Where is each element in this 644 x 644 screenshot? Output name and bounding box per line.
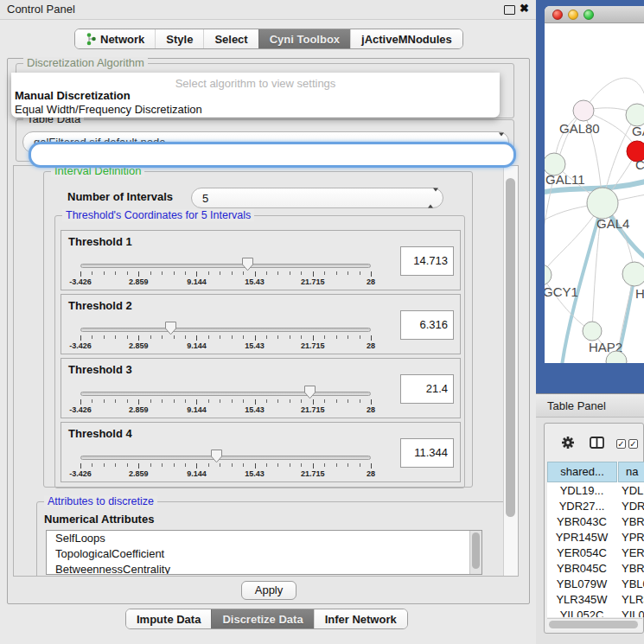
tick-mark — [174, 335, 175, 339]
table-row[interactable]: YBR043CYBR0 — [547, 514, 644, 530]
slider-thumb[interactable] — [241, 257, 254, 271]
close-icon[interactable]: ✖ — [520, 2, 529, 15]
table-row[interactable]: YPR145WYPR1 — [547, 530, 644, 545]
number-of-intervals-combo[interactable]: 5 — [191, 188, 443, 208]
table-row[interactable]: YIL052CYIL0 — [547, 608, 644, 617]
slider-track[interactable] — [80, 264, 371, 268]
settings-scrollbar-thumb[interactable] — [506, 178, 515, 517]
tab-infer-network[interactable]: Infer Network — [314, 609, 407, 628]
slider-thumb[interactable] — [303, 385, 316, 399]
tab-cyni-toolbox[interactable]: Cyni Toolbox — [258, 29, 350, 48]
threshold-label: Threshold 3 — [68, 363, 132, 376]
list-item[interactable]: SelfLoops — [47, 531, 481, 546]
threshold-value-field[interactable]: 6.316 — [400, 310, 454, 340]
network-node[interactable] — [587, 188, 618, 219]
dropdown-option[interactable]: Manual Discretization — [15, 89, 131, 102]
network-node[interactable] — [545, 265, 552, 285]
tick-mark — [185, 335, 186, 339]
tab-label: Infer Network — [325, 613, 397, 626]
table-row[interactable]: YER054CYER0 — [547, 545, 644, 561]
table-row[interactable]: YDR27...YDR2 — [547, 499, 644, 514]
tick-mark — [255, 399, 256, 405]
close-light-icon[interactable] — [552, 10, 563, 20]
network-canvas[interactable]: GAL80GACGAL11GAL4GCY1HHAP2 — [545, 23, 644, 363]
dropdown-option[interactable]: Equal Width/Frequency Discretization — [15, 103, 202, 116]
slider-thumb[interactable] — [164, 321, 177, 335]
minimize-light-icon[interactable] — [568, 10, 578, 20]
network-node[interactable] — [583, 322, 602, 341]
table-panel-title: Table Panel — [547, 399, 606, 412]
tab-label: Select — [214, 33, 247, 46]
tick-mark — [162, 335, 163, 339]
tick-mark — [115, 463, 116, 467]
tick-mark — [220, 399, 220, 403]
settings-scrollbar[interactable] — [503, 166, 518, 576]
tick-label: -3.426 — [69, 341, 92, 350]
tab-select[interactable]: Select — [203, 29, 258, 48]
discretization-algorithm-group-title: Discretization Algorithm — [23, 57, 148, 69]
float-window-icon[interactable] — [504, 5, 515, 15]
network-node[interactable] — [622, 262, 644, 286]
cell-shared-name: YER054C — [547, 545, 616, 561]
tick-label: 15.43 — [245, 469, 265, 478]
algorithm-dropdown: Select algorithm to view settings Manual… — [11, 73, 500, 118]
tick-mark — [360, 335, 360, 339]
network-node[interactable] — [573, 100, 594, 121]
table-row[interactable]: YBR045CYBR0 — [547, 561, 644, 577]
threshold-value-field[interactable]: 21.4 — [400, 374, 454, 404]
tick-mark — [277, 463, 278, 467]
network-window-titlebar[interactable] — [545, 6, 644, 23]
tick-mark — [196, 335, 197, 341]
tick-mark — [162, 271, 163, 275]
slider-ticks — [80, 271, 371, 277]
slider-track[interactable] — [80, 328, 371, 332]
control-panel-title: Control Panel — [7, 3, 75, 16]
tick-label: 2.859 — [129, 277, 149, 286]
list-item[interactable]: TopologicalCoefficient — [47, 546, 481, 562]
tick-mark — [220, 335, 220, 339]
list-scrollbar[interactable] — [469, 531, 481, 574]
slider-thumb[interactable] — [210, 449, 223, 463]
node-label: GA — [632, 124, 644, 138]
numerical-attributes-list[interactable]: SelfLoops TopologicalCoefficient Between… — [46, 530, 482, 575]
table-row[interactable]: YLR345WYLR3 — [547, 592, 644, 608]
columns-icon[interactable] — [590, 437, 604, 449]
slider-track[interactable] — [80, 392, 371, 396]
checkbox-icon[interactable]: ✓ — [616, 439, 626, 449]
tick-mark — [196, 463, 197, 469]
tab-style[interactable]: Style — [155, 29, 203, 48]
algorithm-combo[interactable] — [29, 142, 516, 168]
tick-mark — [150, 271, 151, 275]
table-row[interactable]: YBL079WYBL0 — [547, 577, 644, 592]
slider-track[interactable] — [80, 456, 371, 460]
tick-mark — [115, 335, 116, 339]
threshold-label: Threshold 2 — [68, 299, 132, 312]
tab-impute-data[interactable]: Impute Data — [126, 609, 211, 628]
tick-mark — [127, 399, 128, 403]
gear-icon[interactable] — [561, 436, 575, 450]
tick-label: 15.43 — [245, 405, 265, 414]
threshold-value-field[interactable]: 11.344 — [400, 438, 454, 468]
checkbox-icon[interactable]: ✓ — [628, 439, 638, 449]
tick-mark — [301, 463, 302, 467]
thresholds-group: Threshold's Coordinates for 5 Intervals … — [54, 215, 465, 488]
tick-mark — [243, 271, 244, 275]
column-header-shared-name[interactable]: shared... — [547, 462, 617, 482]
tab-discretize-data[interactable]: Discretize Data — [211, 609, 313, 628]
cell-shared-name: YPR145W — [547, 530, 616, 545]
tick-mark — [208, 271, 209, 275]
tick-mark — [104, 399, 105, 403]
table-hscrollbar[interactable] — [547, 618, 642, 630]
table-row[interactable]: YDL19...YDL1 — [547, 483, 644, 499]
threshold-value-field[interactable]: 14.713 — [400, 246, 454, 276]
tab-jactivemnodules[interactable]: jActiveMNodules — [350, 29, 462, 48]
tick-mark — [127, 463, 128, 467]
slider-ticks — [80, 399, 371, 405]
list-item[interactable]: BetweennessCentrality — [47, 562, 481, 575]
cell-name: YLR3 — [622, 592, 644, 608]
column-header-name[interactable]: na — [618, 462, 644, 482]
tick-mark — [243, 463, 244, 467]
apply-button[interactable]: Apply — [241, 581, 296, 600]
zoom-light-icon[interactable] — [583, 10, 594, 20]
tab-network[interactable]: Network — [75, 29, 155, 48]
